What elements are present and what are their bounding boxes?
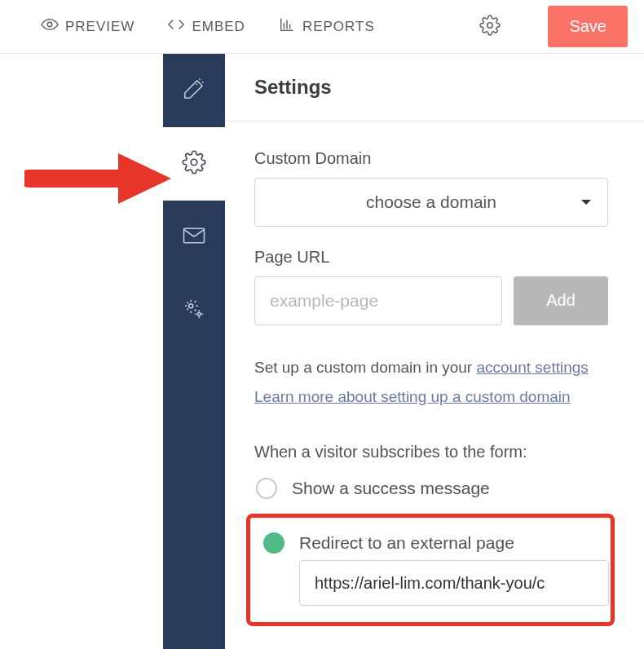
side-nav-mail[interactable] — [163, 201, 225, 274]
custom-domain-selected: choose a domain — [366, 192, 496, 212]
svg-point-0 — [47, 22, 52, 27]
wand-icon — [182, 77, 206, 104]
radio-checked-icon — [263, 532, 285, 554]
option-redirect-label: Redirect to an external page — [299, 533, 514, 553]
redirect-url-input[interactable] — [299, 560, 609, 606]
help-prefix: Set up a custom domain in your — [254, 359, 476, 376]
content-body: Custom Domain choose a domain Page URL A… — [225, 121, 644, 649]
add-button[interactable]: Add — [514, 276, 608, 325]
subscribe-heading: When a visitor subscribes to the form: — [254, 443, 615, 461]
page-url-input[interactable] — [254, 276, 502, 325]
gear-icon — [479, 24, 501, 38]
gears-icon — [182, 297, 206, 324]
preview-tab[interactable]: PREVIEW — [41, 15, 135, 38]
svg-point-8 — [191, 159, 197, 166]
annotation-gutter — [0, 54, 163, 649]
chart-icon — [278, 15, 296, 38]
option-success-message[interactable]: Show a success message — [256, 478, 615, 499]
help-text: Set up a custom domain in your account s… — [254, 353, 613, 412]
reports-tab[interactable]: REPORTS — [278, 15, 375, 38]
reports-label: REPORTS — [302, 19, 375, 35]
redirect-highlight-box: Redirect to an external page — [246, 514, 615, 626]
svg-point-6 — [487, 22, 493, 28]
gear-icon — [182, 150, 206, 178]
option-success-label: Show a success message — [292, 479, 490, 498]
topbar-settings-button[interactable] — [479, 15, 501, 39]
custom-domain-select[interactable]: choose a domain — [254, 178, 608, 227]
annotation-arrow-icon — [24, 150, 171, 207]
page-title: Settings — [254, 76, 332, 99]
content-header: Settings — [225, 54, 644, 121]
subscribe-section: When a visitor subscribes to the form: S… — [254, 443, 615, 626]
mail-icon — [182, 223, 206, 251]
save-button[interactable]: Save — [548, 6, 628, 47]
learn-more-link[interactable]: Learn more about setting up a custom dom… — [254, 388, 571, 405]
side-nav-settings[interactable] — [163, 127, 225, 201]
page-url-label: Page URL — [254, 248, 615, 267]
preview-label: PREVIEW — [65, 19, 135, 35]
svg-point-11 — [197, 312, 201, 316]
custom-domain-label: Custom Domain — [254, 149, 615, 168]
topbar: PREVIEW EMBED REPORTS Save — [0, 0, 644, 54]
side-nav-advanced[interactable] — [163, 274, 225, 347]
svg-rect-9 — [183, 228, 204, 243]
chevron-down-icon — [581, 200, 591, 205]
svg-point-10 — [189, 304, 193, 308]
side-nav — [163, 54, 225, 649]
eye-icon — [41, 15, 59, 38]
content-panel: Settings Custom Domain choose a domain P… — [225, 54, 644, 649]
embed-tab[interactable]: EMBED — [167, 15, 245, 38]
side-nav-design[interactable] — [163, 54, 225, 127]
radio-unchecked-icon — [256, 478, 277, 499]
svg-marker-7 — [118, 153, 171, 204]
code-icon — [167, 15, 185, 38]
account-settings-link[interactable]: account settings — [476, 359, 588, 376]
option-redirect[interactable]: Redirect to an external page — [263, 532, 599, 554]
embed-label: EMBED — [192, 19, 245, 35]
main-layout: Settings Custom Domain choose a domain P… — [0, 54, 644, 649]
